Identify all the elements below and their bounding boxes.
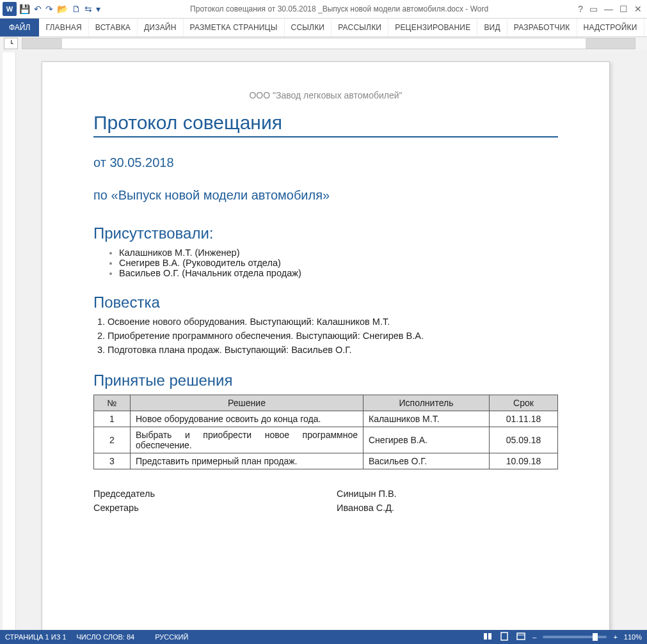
document-canvas[interactable]: ООО "Завод легковых автомобилей" Протоко… bbox=[16, 50, 647, 51]
minimize-icon[interactable]: — bbox=[604, 4, 613, 14]
tab-design[interactable]: ДИЗАЙН bbox=[138, 19, 184, 36]
window-title: Протокол совещания от 30.05.2018 _Выпуск… bbox=[100, 4, 578, 13]
close-icon[interactable]: ✕ bbox=[634, 4, 642, 14]
tab-addins[interactable]: НАДСТРОЙКИ bbox=[577, 19, 644, 36]
help-icon[interactable]: ? bbox=[578, 4, 583, 14]
window-controls: ? ▭ — ☐ ✕ bbox=[578, 4, 642, 14]
word-logo-icon: W bbox=[3, 2, 17, 16]
qat-open-icon[interactable]: 📂 bbox=[57, 4, 68, 14]
qat-redo-icon[interactable]: ↷ bbox=[45, 4, 53, 14]
horizontal-ruler[interactable] bbox=[22, 38, 635, 49]
tab-view[interactable]: ВИД bbox=[477, 19, 507, 36]
quick-access-toolbar: 💾 ↶ ↷ 📂 🗋 ⇆ ▾ bbox=[19, 4, 100, 14]
maximize-icon[interactable]: ☐ bbox=[619, 4, 628, 14]
work-area: ООО "Завод легковых автомобилей" Протоко… bbox=[0, 50, 647, 51]
qat-save-icon[interactable]: 💾 bbox=[19, 4, 30, 14]
tab-references[interactable]: ССЫЛКИ bbox=[285, 19, 332, 36]
ribbon-opts-icon[interactable]: ▭ bbox=[589, 4, 598, 14]
qat-more-icon[interactable]: ▾ bbox=[96, 4, 100, 14]
qat-new-icon[interactable]: 🗋 bbox=[72, 4, 81, 14]
qat-undo-icon[interactable]: ↶ bbox=[34, 4, 42, 14]
qat-nav-icon[interactable]: ⇆ bbox=[84, 4, 92, 14]
tab-selector[interactable]: ┗ bbox=[4, 38, 18, 49]
title-bar: W 💾 ↶ ↷ 📂 🗋 ⇆ ▾ Протокол совещания от 30… bbox=[0, 0, 647, 19]
ribbon-tabs: ФАЙЛ ГЛАВНАЯ ВСТАВКА ДИЗАЙН РАЗМЕТКА СТР… bbox=[0, 19, 647, 37]
tab-mailings[interactable]: РАССЫЛКИ bbox=[331, 19, 388, 36]
tab-developer[interactable]: РАЗРАБОТЧИК bbox=[507, 19, 577, 36]
tab-layout[interactable]: РАЗМЕТКА СТРАНИЦЫ bbox=[184, 19, 285, 36]
tab-review[interactable]: РЕЦЕНЗИРОВАНИЕ bbox=[388, 19, 477, 36]
tab-file[interactable]: ФАЙЛ bbox=[0, 19, 39, 36]
tab-home[interactable]: ГЛАВНАЯ bbox=[39, 19, 88, 36]
horizontal-ruler-row: ┗ bbox=[0, 37, 647, 51]
tab-insert[interactable]: ВСТАВКА bbox=[89, 19, 138, 36]
